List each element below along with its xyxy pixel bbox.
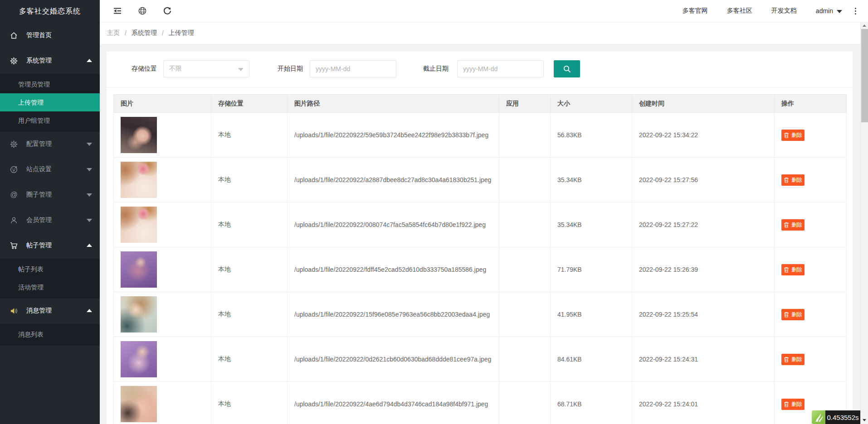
scrollbar-thumb[interactable] — [861, 29, 868, 122]
trash-icon — [784, 222, 789, 228]
sidebar-item-post[interactable]: 帖子管理 — [0, 233, 100, 258]
link-official-site[interactable]: 多客官网 — [683, 7, 708, 15]
link-community[interactable]: 多客社区 — [727, 7, 752, 15]
start-date-input[interactable] — [310, 60, 396, 77]
breadcrumb-system: 系统管理 — [132, 29, 157, 37]
col-created: 创建时间 — [632, 95, 775, 113]
chevron-up-icon — [87, 244, 92, 247]
breadcrumb-separator: / — [125, 29, 127, 37]
sidebar-item-message[interactable]: 消息管理 — [0, 298, 100, 323]
cell-storage: 本地 — [211, 337, 288, 382]
end-date-input[interactable] — [457, 60, 544, 77]
scroll-up-icon[interactable] — [863, 24, 866, 27]
face-icon — [10, 166, 18, 173]
sidebar-subitem-activity-manage[interactable]: 活动管理 — [0, 278, 100, 296]
link-dev-docs[interactable]: 开发文档 — [771, 7, 797, 15]
debug-toolbar[interactable]: 0.453552s — [812, 410, 860, 424]
sidebar-item-label: 配置管理 — [26, 140, 52, 148]
table-row: 本地 /uploads/1/file/20220922/a2887dbee8dc… — [114, 158, 847, 202]
trash-icon — [784, 357, 789, 362]
trash-icon — [784, 267, 789, 273]
upload-thumbnail[interactable] — [121, 117, 157, 153]
uploads-table: 图片 存储位置 图片路径 应用 大小 创建时间 操作 本地 /uploads/1… — [113, 94, 847, 424]
delete-button[interactable]: 删除 — [781, 219, 805, 231]
cell-size: 84.61KB — [551, 337, 632, 382]
breadcrumb-home[interactable]: 主页 — [107, 29, 120, 37]
delete-label: 删除 — [791, 266, 802, 274]
sidebar-item-label: 帖子管理 — [26, 241, 52, 250]
uploads-table-wrap: 图片 存储位置 图片路径 应用 大小 创建时间 操作 本地 /uploads/1… — [113, 94, 846, 424]
vertical-scrollbar[interactable] — [860, 22, 868, 424]
cart-icon — [10, 242, 18, 250]
cell-app — [499, 113, 551, 158]
globe-icon[interactable] — [138, 7, 146, 15]
cell-path: /uploads/1/file/20220922/59e59b3724b5ee2… — [288, 113, 499, 158]
sidebar-item-label: 会员管理 — [26, 216, 52, 224]
upload-thumbnail[interactable] — [121, 341, 157, 377]
cell-storage: 本地 — [211, 292, 288, 337]
cell-storage: 本地 — [211, 158, 288, 202]
sidebar-item-label: 圈子管理 — [26, 191, 52, 199]
refresh-icon[interactable] — [163, 7, 171, 15]
sidebar-item-member[interactable]: 会员管理 — [0, 207, 100, 233]
chevron-up-icon — [87, 309, 92, 312]
cell-size: 41.95KB — [551, 292, 632, 337]
more-menu-icon[interactable] — [854, 7, 857, 15]
sidebar-subitem-upload-manage[interactable]: 上传管理 — [0, 93, 100, 111]
table-header-row: 图片 存储位置 图片路径 应用 大小 创建时间 操作 — [114, 95, 847, 113]
sidebar-submenu-post: 帖子列表活动管理 — [0, 258, 100, 298]
storage-select[interactable]: 不限 — [163, 60, 249, 77]
sidebar-item-label: 系统管理 — [26, 57, 52, 65]
sidebar-item-system[interactable]: 系统管理 — [0, 48, 100, 73]
delete-button[interactable]: 删除 — [781, 399, 805, 410]
cell-created: 2022-09-22 15:24:01 — [632, 382, 775, 424]
sidebar-item-config[interactable]: 配置管理 — [0, 131, 100, 157]
trash-icon — [784, 401, 789, 407]
delete-button[interactable]: 删除 — [781, 264, 805, 275]
sidebar-item-site[interactable]: 站点设置 — [0, 157, 100, 182]
delete-label: 删除 — [791, 131, 802, 139]
upload-thumbnail[interactable] — [121, 296, 157, 332]
sidebar-subitem-post-list[interactable]: 帖子列表 — [0, 260, 100, 278]
gear-icon — [10, 140, 18, 148]
cell-app — [499, 158, 551, 202]
delete-button[interactable]: 删除 — [781, 130, 805, 141]
table-row: 本地 /uploads/1/file/20220922/fdff45e2cad5… — [114, 247, 847, 292]
user-menu[interactable]: admin — [816, 7, 842, 14]
upload-thumbnail[interactable] — [121, 251, 157, 288]
table-row: 本地 /uploads/1/file/20220922/59e59b3724b5… — [114, 113, 847, 158]
sidebar-subitem-usergroup-manage[interactable]: 用户组管理 — [0, 111, 100, 130]
delete-label: 删除 — [791, 311, 802, 318]
sidebar: 多客社交婚恋系统 管理首页系统管理管理员管理上传管理用户组管理配置管理站点设置@… — [0, 0, 100, 424]
cell-storage: 本地 — [211, 202, 288, 247]
gear-icon — [10, 57, 18, 65]
cell-size: 35.34KB — [551, 158, 632, 202]
sidebar-subitem-admin-manage[interactable]: 管理员管理 — [0, 75, 100, 93]
scroll-down-icon[interactable] — [863, 419, 866, 421]
sidebar-item-circle[interactable]: @圈子管理 — [0, 182, 100, 207]
breadcrumb-separator: / — [162, 29, 164, 37]
cell-created: 2022-09-22 15:24:31 — [632, 337, 775, 382]
cell-path: /uploads/1/file/20220922/008074c7fac5a58… — [288, 202, 499, 247]
sidebar-submenu-system: 管理员管理上传管理用户组管理 — [0, 73, 100, 131]
sidebar-item-label: 管理首页 — [26, 31, 52, 39]
delete-button[interactable]: 删除 — [781, 309, 805, 320]
table-row: 本地 /uploads/1/file/20220922/0d2621cb60d0… — [114, 337, 847, 382]
cell-storage: 本地 — [211, 113, 288, 158]
thinkphp-logo-icon[interactable] — [812, 410, 825, 424]
cell-app — [499, 247, 551, 292]
collapse-menu-icon[interactable] — [113, 7, 122, 15]
delete-button[interactable]: 删除 — [781, 354, 805, 365]
sidebar-subitem-message-list[interactable]: 消息列表 — [0, 325, 100, 343]
delete-label: 删除 — [791, 356, 802, 363]
cell-size: 71.79KB — [551, 247, 632, 292]
delete-button[interactable]: 删除 — [781, 174, 805, 186]
upload-thumbnail[interactable] — [121, 207, 157, 243]
upload-thumbnail[interactable] — [121, 386, 157, 422]
cell-app — [499, 382, 551, 424]
upload-thumbnail[interactable] — [121, 162, 157, 198]
search-button[interactable] — [554, 60, 580, 77]
app-logo: 多客社交婚恋系统 — [0, 0, 100, 23]
sidebar-item-home[interactable]: 管理首页 — [0, 23, 100, 48]
chevron-down-icon — [837, 10, 842, 13]
